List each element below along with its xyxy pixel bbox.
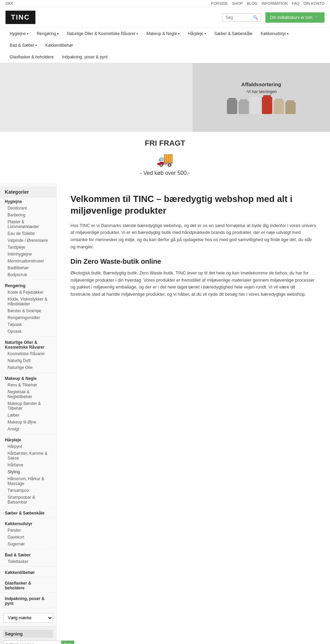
sidebar-item-makeupborster[interactable]: Makeup Børster & Tilbehør (0, 400, 56, 412)
nav-item-rengoring[interactable]: Rengøring ▾ (33, 28, 63, 39)
sidebar-item-torsampoo[interactable]: Tørsampoo (0, 487, 56, 494)
sidebar-item-kosmetiske[interactable]: Kosmetiske Råvarer (0, 350, 56, 357)
trash-can-1 (227, 100, 237, 114)
sidebar-cat-saeber[interactable]: Sæber & Sæbeskåle (0, 509, 56, 516)
header-search-input[interactable] (226, 15, 253, 20)
sidebar-item-bodyscrub[interactable]: Bodyscrub (0, 271, 56, 278)
divider-1 (0, 280, 56, 280)
nav-link-information[interactable]: INFORMATION (262, 1, 288, 5)
cart-button[interactable]: Din indkøbskurv er tom 🛒 (265, 12, 324, 23)
sidebar-item-klude[interactable]: Klude, Viskestykker & Håndklæder (0, 296, 56, 307)
sidebar-cat-indpakning[interactable]: Indpakning, poser & pynt (0, 594, 56, 607)
sidebar-item-gavekort[interactable]: Gavekort (0, 534, 56, 541)
nav-link-shop[interactable]: SHOP (232, 1, 243, 5)
site-header: TINC 🔍 Din indkøbskurv er tom 🛒 (0, 7, 330, 28)
nav-link-faq[interactable]: FAQ (292, 1, 299, 5)
sidebar-item-plaster[interactable]: Plaster & Lommetørklæder (0, 218, 56, 230)
sidebar-cat-rengoring[interactable]: Rengøring (0, 281, 56, 289)
top-bar-links: FORSIDE SHOP BLOG INFORMATION FAQ DIN KO… (211, 1, 324, 5)
sidebar-item-borster[interactable]: Børster & Svampe (0, 307, 56, 314)
nav-item-harpleje[interactable]: Hårpleje ▾ (184, 28, 210, 39)
sidebar-item-negleklip[interactable]: Neglelsak & Negletilbehør (0, 388, 56, 400)
sidebar-cat-bad[interactable]: Bad & Sæber (0, 551, 56, 558)
divider-11 (0, 608, 56, 608)
sidebar-item-harserum[interactable]: Hårserum, Hårkur & Massage (0, 475, 56, 487)
sidebar-item-harfarve[interactable]: Hårfarve (0, 462, 56, 468)
sidebar-item-sugeror[interactable]: Sugernør (0, 541, 56, 547)
trash-can-6 (285, 102, 296, 114)
header-right: 🔍 Din indkøbskurv er tom 🛒 (222, 12, 324, 23)
trash-cans-display (227, 97, 296, 114)
chevron-down-icon: ▾ (35, 44, 37, 47)
sidebar-search-title: Søgning (3, 630, 53, 638)
sidebar-item-naturligduft[interactable]: Naturlig Duft (0, 357, 56, 364)
sidebar-item-ansigt[interactable]: Ansigt (0, 426, 56, 432)
nav-item-makeup[interactable]: Makeup & Negle ▾ (142, 28, 184, 39)
banner-left (0, 63, 192, 132)
site-logo[interactable]: TINC (6, 11, 35, 24)
sidebar-cat-glasflasker[interactable]: Glasflasker & beholdere (0, 579, 56, 591)
sidebar-item-vatpinde[interactable]: Vatpinde / Ørerensere (0, 237, 56, 244)
nav-item-kokkenusdtyr[interactable]: Køkkenudstyr ▾ (256, 28, 293, 39)
main-nav: Hygiejne ▾ Rengøring ▾ Naturlige Olier &… (0, 28, 330, 63)
nav-item-kokkentilbehor[interactable]: Køkkentilbehør (41, 39, 77, 51)
sidebar-item-shampoobar[interactable]: Shampoobar & Balsambar (0, 494, 56, 506)
sidebar-title: Kategorier (0, 187, 56, 197)
sidebar-item-harpynt[interactable]: Hårpynt (0, 443, 56, 450)
content-body: Økologisk butik. Bæredygtig butik. Zero … (70, 270, 316, 298)
chevron-down-icon: ▾ (178, 32, 180, 35)
sidebar-cat-makeup[interactable]: Makeup & Negle (0, 374, 56, 382)
sidebar-item-tojvask[interactable]: Tøjvask (0, 321, 56, 328)
brand-select[interactable]: Vælg mærke (3, 613, 53, 623)
nav-link-forside[interactable]: FORSIDE (211, 1, 228, 5)
sidebar: Kategorier Hygiejne Deodorant Barbering … (0, 183, 57, 644)
sidebar-item-tandpleje[interactable]: Tandpleje (0, 244, 56, 251)
sidebar-item-badtilbehor[interactable]: Badtilbehør (0, 264, 56, 271)
nav-row-2: Glasflasker & beholdere Indpakning, pose… (6, 51, 324, 63)
sidebar-item-naturligeolie[interactable]: Naturlige Olie (0, 364, 56, 371)
divider-8 (0, 566, 56, 567)
free-shipping-title: FRI FRAGT (7, 139, 323, 148)
divider-5 (0, 507, 56, 507)
sidebar-item-koste[interactable]: Koste & Fejebakker (0, 289, 56, 296)
top-bar: DKK FORSIDE SHOP BLOG INFORMATION FAQ DI… (0, 0, 330, 7)
nav-item-hygiejne[interactable]: Hygiejne ▾ (6, 28, 33, 39)
sidebar-cat-hygiejne[interactable]: Hygiejne (0, 197, 56, 205)
content-subtitle: Din Zero Waste-butik online (70, 258, 316, 265)
sidebar-item-eau[interactable]: Eau de Toilette (0, 230, 56, 237)
banner-right: Affaldssortering -Vi har løsningen (192, 63, 330, 132)
divider-9 (0, 577, 56, 577)
nav-link-konto[interactable]: DIN KONTO (304, 1, 324, 5)
sidebar-item-makeupojne[interactable]: Makeup til Øjne (0, 419, 56, 426)
sidebar-cat-kokkentilbehor[interactable]: Køkkentilbehør (0, 568, 56, 576)
header-search[interactable]: 🔍 (222, 13, 261, 22)
free-shipping-banner: FRI FRAGT 🚚 - Ved køb over 500.- (0, 132, 330, 183)
nav-item-olier[interactable]: Naturlige Olier & Kosmetiske Råvarer ▾ (63, 28, 142, 39)
sidebar-cat-kokkenusdtyr[interactable]: Køkkenudstyr (0, 519, 56, 527)
trash-can-2 (239, 101, 249, 114)
nav-link-blog[interactable]: BLOG (247, 1, 257, 5)
sidebar-item-rengmidler[interactable]: Rengøringsmidler (0, 314, 56, 321)
sidebar-item-styling[interactable]: Styling (0, 468, 56, 475)
nav-item-bad[interactable]: Bad & Sæber ▾ (6, 39, 41, 51)
sidebar-item-harborster[interactable]: Hårbørster, Kamme & Sakse (0, 450, 56, 462)
sidebar-item-menstruation[interactable]: Menstruationstruser (0, 258, 56, 264)
content-title: Velkommen til TINC – bæredygtig webshop … (70, 193, 316, 217)
sidebar-item-rens[interactable]: Rens & Tilbehør (0, 382, 56, 388)
sidebar-item-barbering[interactable]: Barbering (0, 212, 56, 218)
nav-item-saeber[interactable]: Sæber & Sæbeskåle (210, 28, 257, 39)
sidebar-item-intimhygiejne[interactable]: Intimhygiejne (0, 251, 56, 258)
sidebar-search-input[interactable] (3, 641, 60, 644)
nav-item-glasflasker[interactable]: Glasflasker & beholdere (6, 51, 58, 63)
sidebar-item-deodorant[interactable]: Deodorant (0, 205, 56, 212)
truck-icon: 🚚 (7, 151, 323, 167)
sidebar-item-laeber[interactable]: Læber (0, 412, 56, 419)
nav-item-indpakning[interactable]: Indpakning, poser & pynt (58, 51, 112, 63)
sidebar-cat-harpleje[interactable]: Hårpleje (0, 436, 56, 443)
trash-can-3 (250, 99, 261, 114)
sidebar-item-opvask[interactable]: Opvask (0, 328, 56, 335)
sidebar-item-toilettasker[interactable]: Toilettasker (0, 558, 56, 565)
sidebar-cat-olier[interactable]: Naturlige Olier & Kosmetiske Råvarer (0, 338, 56, 350)
divider-6 (0, 518, 56, 518)
sidebar-item-pander[interactable]: Pander (0, 527, 56, 534)
